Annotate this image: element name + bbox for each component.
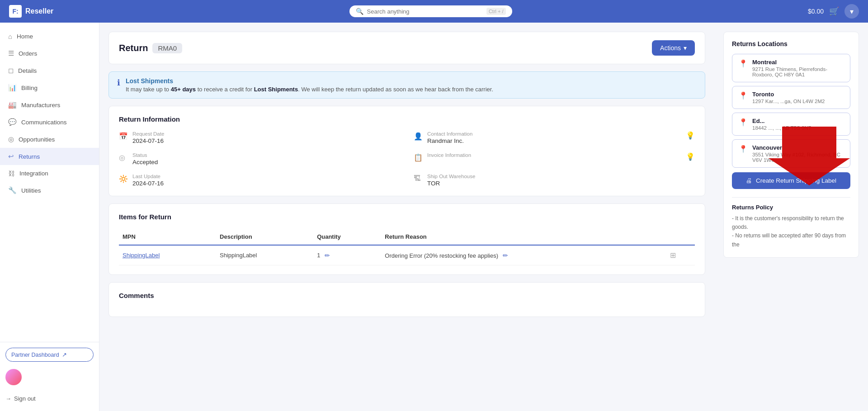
calendar-icon: 📅	[119, 132, 128, 141]
cart-amount: $0.00	[808, 8, 824, 15]
page-title-area: Return RMA0	[119, 43, 182, 53]
sidebar-item-home[interactable]: ⌂ Home	[0, 28, 99, 45]
address-toronto: 1297 Kar..., ...ga, ON L4W 2M2	[752, 99, 825, 104]
sidebar-item-utilities[interactable]: 🔧 Utilities	[0, 182, 99, 199]
sidebar-label-utilities: Utilities	[21, 187, 41, 194]
sidebar-label-orders: Orders	[19, 50, 37, 57]
request-date-label: Request Date	[132, 131, 164, 137]
status-value: Accepted	[132, 159, 158, 165]
integration-icon: ⛓	[8, 170, 15, 177]
opportunities-icon: ◎	[8, 135, 14, 143]
returns-locations-title: Returns Locations	[732, 40, 850, 47]
sidebar-item-integration[interactable]: ⛓ Integration	[0, 165, 99, 182]
ship-out-item: 🏗 Ship Out Warehouse TOR	[414, 174, 695, 187]
invoice-icon: 📋	[414, 153, 423, 162]
edit-reason-icon[interactable]: ✏	[503, 252, 508, 259]
search-input[interactable]	[367, 8, 483, 15]
top-header: F: Reseller 🔍 Ctrl + / $0.00 🛒 ▾	[0, 0, 868, 23]
search-bar[interactable]: 🔍 Ctrl + /	[349, 5, 512, 17]
sidebar: ⌂ Home ☰ Orders ◻ Details 📊 Billing 🏭 Ma…	[0, 23, 99, 333]
header-right: $0.00 🛒 ▾	[808, 4, 859, 19]
policy-line-1: - It is the customer's responsibility to…	[732, 214, 850, 231]
logo: F: Reseller	[9, 5, 53, 18]
location-toronto[interactable]: 📍 Toronto 1297 Kar..., ...ga, ON L4W 2M2	[732, 86, 850, 109]
edit-quantity-icon[interactable]: ✏	[325, 252, 330, 259]
col-return-reason: Return Reason	[381, 229, 666, 245]
rma-badge: RMA0	[152, 43, 182, 53]
edit-contact-icon[interactable]: 💡	[686, 131, 695, 140]
sidebar-label-returns: Returns	[19, 153, 40, 160]
sidebar-label-home: Home	[17, 33, 33, 40]
update-icon: 🔆	[119, 175, 128, 183]
actions-button[interactable]: Actions ▾	[652, 40, 695, 56]
table-body: ShippingLabel ShippingLabel 1 ✏ Ordering…	[119, 245, 695, 265]
city-montreal: Montreal	[752, 59, 844, 66]
archive-icon[interactable]: ⊞	[670, 251, 676, 259]
sidebar-label-integration: Integration	[19, 170, 48, 177]
items-for-return-card: Items for Return MPN Description Quantit…	[108, 203, 705, 275]
pin-icon-edmonton: 📍	[739, 118, 748, 127]
sidebar-label-communications: Communications	[21, 119, 67, 126]
page-title: Return	[119, 43, 148, 53]
location-montreal[interactable]: 📍 Montreal 9271 Rue Thimens, Pierrefonds…	[732, 54, 850, 82]
invoice-label: Invoice Information	[427, 152, 471, 158]
search-shortcut: Ctrl + /	[486, 8, 506, 15]
app-name: Reseller	[25, 7, 53, 15]
table-row: ShippingLabel ShippingLabel 1 ✏ Ordering…	[119, 245, 695, 265]
cell-mpn: ShippingLabel	[119, 245, 216, 265]
cell-row-actions: ⊞	[666, 245, 695, 265]
banner-content: Lost Shipments It may take up to 45+ day…	[126, 77, 493, 93]
cart-button[interactable]: 🛒	[829, 6, 839, 16]
sidebar-item-opportunities[interactable]: ◎ Opportunities	[0, 131, 99, 148]
person-icon: 👤	[414, 132, 423, 141]
label-printer-icon: 🖨	[746, 177, 752, 184]
profile-button[interactable]: ▾	[844, 4, 859, 19]
comments-title: Comments	[119, 292, 695, 299]
sidebar-item-communications[interactable]: 💬 Communications	[0, 113, 99, 131]
ship-out-label: Ship Out Warehouse	[427, 174, 475, 179]
communications-icon: 💬	[8, 118, 17, 126]
sidebar-item-orders[interactable]: ☰ Orders	[0, 45, 99, 62]
create-return-shipping-label-button[interactable]: 🖨 Create Return Shipping Label	[732, 172, 850, 189]
logo-icon: F:	[9, 5, 22, 18]
return-information-card: Return Information 📅 Request Date 2024-0…	[108, 106, 705, 196]
banner-text: It may take up to 45+ days to receive a …	[126, 86, 493, 93]
mpn-link[interactable]: ShippingLabel	[123, 252, 160, 259]
main-content: Return RMA0 Actions ▾ ℹ Lost Shipments I…	[99, 23, 868, 333]
sidebar-label-opportunities: Opportunities	[19, 136, 55, 143]
city-vancouver: Vancouver	[752, 144, 844, 151]
center-panel: Return RMA0 Actions ▾ ℹ Lost Shipments I…	[99, 23, 714, 333]
create-label-text: Create Return Shipping Label	[756, 177, 836, 184]
sidebar-item-details[interactable]: ◻ Details	[0, 62, 99, 79]
returns-policy-title: Returns Policy	[732, 204, 850, 211]
quantity-value: 1	[317, 252, 320, 259]
location-vancouver[interactable]: 📍 Vancouver 3551 Viking Way #102, Richmo…	[732, 139, 850, 168]
last-update-value: 2024-07-16	[132, 180, 164, 187]
location-edmonton[interactable]: 📍 Ed... 18442 ..., ..., AB T5S 0N7	[732, 113, 850, 136]
contact-value: Randmar Inc.	[427, 137, 472, 144]
city-toronto: Toronto	[752, 91, 825, 98]
manufacturers-icon: 🏭	[8, 101, 17, 109]
sidebar-item-manufacturers[interactable]: 🏭 Manufacturers	[0, 96, 99, 113]
returns-icon: ↩	[8, 152, 14, 161]
address-edmonton: 18442 ..., ..., AB T5S 0N7	[752, 125, 811, 131]
last-update-item: 🔆 Last Update 2024-07-16	[119, 174, 400, 187]
contact-info-item: 👤 Contact Information Randmar Inc. 💡	[414, 131, 695, 144]
banner-title: Lost Shipments	[126, 77, 493, 85]
ship-out-value: TOR	[427, 180, 475, 187]
col-quantity: Quantity	[313, 229, 381, 245]
lost-shipments-banner: ℹ Lost Shipments It may take up to 45+ d…	[108, 71, 705, 99]
cell-quantity: 1 ✏	[313, 245, 381, 265]
pin-icon-toronto: 📍	[739, 91, 748, 100]
col-description: Description	[216, 229, 313, 245]
return-info-title: Return Information	[119, 115, 695, 123]
status-label: Status	[132, 152, 158, 158]
edit-invoice-icon[interactable]: 💡	[686, 152, 695, 161]
sidebar-item-billing[interactable]: 📊 Billing	[0, 79, 99, 96]
policy-line-2: - No returns will be accepted after 90 d…	[732, 231, 850, 249]
cell-return-reason: Ordering Error (20% restocking fee appli…	[381, 245, 666, 265]
return-info-grid: 📅 Request Date 2024-07-16 👤 Contact Info…	[119, 131, 695, 187]
sidebar-item-returns[interactable]: ↩ Returns	[0, 148, 99, 165]
sidebar-label-details: Details	[18, 67, 37, 74]
return-table: MPN Description Quantity Return Reason S…	[119, 229, 695, 265]
